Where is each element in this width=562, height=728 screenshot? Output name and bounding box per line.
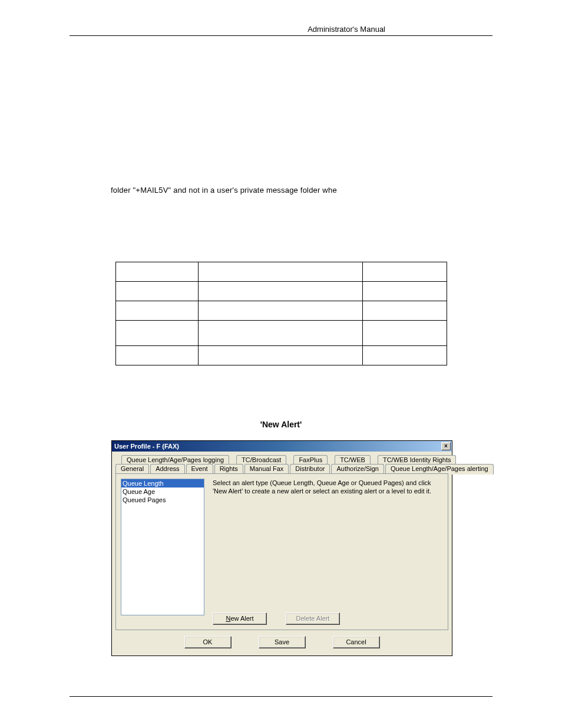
panel-description: Select an alert type (Queue Length, Queu… <box>213 479 443 495</box>
header-rule <box>70 34 492 36</box>
tab-address[interactable]: Address <box>150 464 184 474</box>
table-row <box>116 301 447 321</box>
tab-tc-web[interactable]: TC/WEB <box>335 455 371 465</box>
blank-table <box>115 262 447 365</box>
tab-manual-fax[interactable]: Manual Fax <box>244 464 289 474</box>
tab-panel-alerting: Queue Length Queue Age Queued Pages Sele… <box>115 473 448 630</box>
alert-type-listbox[interactable]: Queue Length Queue Age Queued Pages <box>121 479 204 615</box>
ok-button[interactable]: OK <box>184 636 232 648</box>
page-header-title: Administrator's Manual <box>308 25 385 34</box>
table-row <box>116 346 447 365</box>
tab-rights[interactable]: Rights <box>214 464 243 474</box>
save-button[interactable]: Save <box>259 636 306 648</box>
list-item[interactable]: Queued Pages <box>121 496 204 504</box>
tab-distributor[interactable]: Distributor <box>290 464 330 474</box>
tab-queue-logging[interactable]: Queue Length/Age/Pages logging <box>121 455 229 465</box>
tab-event[interactable]: Event <box>186 464 213 474</box>
body-paragraph: folder "+MAIL5V" and not in a user's pri… <box>111 186 337 195</box>
tab-authorize-sign[interactable]: Authorize/Sign <box>331 464 384 474</box>
section-title-new-alert: 'New Alert' <box>0 420 562 429</box>
dialog-titlebar: User Profile - F (FAX) × <box>112 441 452 452</box>
table-row <box>116 262 447 282</box>
list-item[interactable]: Queue Age <box>121 487 204 496</box>
new-alert-button[interactable]: New Alert <box>213 612 267 625</box>
tab-faxplus[interactable]: FaxPlus <box>293 455 328 465</box>
dialog-title: User Profile - F (FAX) <box>114 443 441 450</box>
delete-alert-button: Delete Alert <box>286 612 340 625</box>
table-row <box>116 282 447 301</box>
list-item[interactable]: Queue Length <box>121 479 204 487</box>
footer-rule <box>70 696 492 697</box>
close-button[interactable]: × <box>441 442 451 450</box>
user-profile-dialog: User Profile - F (FAX) × Queue Length/Ag… <box>111 440 452 656</box>
tab-tc-web-identity[interactable]: TC/WEB Identity Rights <box>378 455 457 465</box>
table-row <box>116 321 447 346</box>
tab-tc-broadcast[interactable]: TC/Broadcast <box>236 455 286 465</box>
tab-general[interactable]: General <box>115 464 149 474</box>
cancel-button[interactable]: Cancel <box>333 636 380 648</box>
